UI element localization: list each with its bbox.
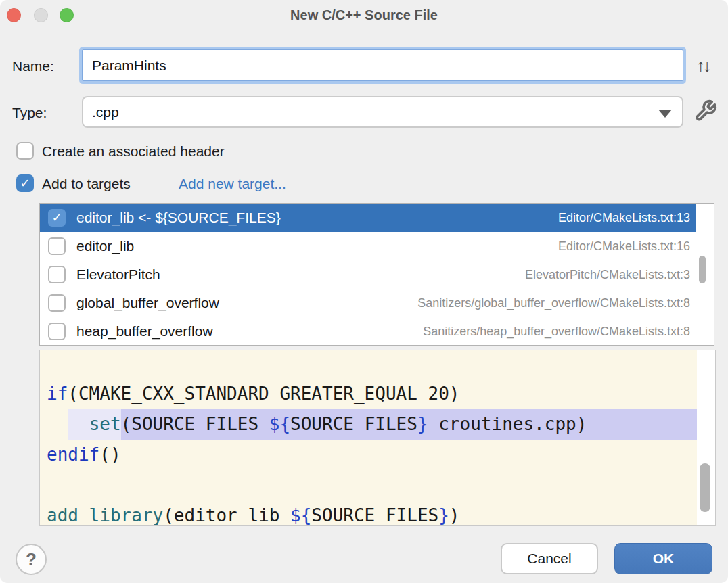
add-new-target-link[interactable]: Add new target... xyxy=(179,176,286,192)
target-row[interactable]: heap_buffer_overflowSanitizers/heap_buff… xyxy=(40,317,696,346)
target-row[interactable]: global_buffer_overflowSanitizers/global_… xyxy=(40,289,696,317)
target-location: Sanitizers/global_buffer_overflow/CMakeL… xyxy=(417,296,690,310)
target-label: ElevatorPitch xyxy=(76,266,160,283)
type-label: Type: xyxy=(12,105,47,121)
target-checkbox[interactable]: ✓ xyxy=(48,209,66,227)
code-token: ) xyxy=(449,500,460,525)
create-header-checkbox[interactable] xyxy=(16,142,34,160)
code-token: () xyxy=(99,440,120,470)
target-checkbox[interactable] xyxy=(48,237,66,255)
code-token: endif xyxy=(47,440,99,470)
code-token xyxy=(587,409,697,440)
target-location: Editor/CMakeLists.txt:13 xyxy=(558,211,690,225)
code-line: if(CMAKE_CXX_STANDARD GREATER_EQUAL 20) xyxy=(40,379,697,409)
target-location: Sanitizers/heap_buffer_overflow/CMakeLis… xyxy=(423,325,690,339)
cmake-preview-code: if(CMAKE_CXX_STANDARD GREATER_EQUAL 20) … xyxy=(40,350,697,525)
code-token: add_library xyxy=(47,500,163,525)
code-token: } xyxy=(438,500,449,525)
code-line xyxy=(40,470,697,500)
new-source-file-dialog: New C/C++ Source File Name: ↑↓ Type: .cp… xyxy=(0,0,728,583)
code-token xyxy=(47,409,68,440)
target-location: ElevatorPitch/CMakeLists.txt:3 xyxy=(525,268,690,282)
help-button[interactable]: ? xyxy=(16,544,47,575)
targets-list: ✓editor_lib <- ${SOURCE_FILES}Editor/CMa… xyxy=(39,203,714,346)
add-to-targets-checkbox[interactable]: ✓ xyxy=(16,174,34,192)
add-to-targets-label: Add to targets xyxy=(42,176,131,192)
code-token: ${ xyxy=(290,500,311,525)
target-row[interactable]: ✓editor_lib <- ${SOURCE_FILES}Editor/CMa… xyxy=(40,204,696,232)
type-dropdown[interactable]: .cpp xyxy=(82,96,683,128)
chevron-down-icon xyxy=(658,110,672,118)
targets-scrollbar-thumb[interactable] xyxy=(699,256,706,283)
code-token: croutines.cpp) xyxy=(428,409,587,440)
cmake-preview-panel: if(CMAKE_CXX_STANDARD GREATER_EQUAL 20) … xyxy=(39,350,716,526)
target-checkbox[interactable] xyxy=(48,323,66,340)
zoom-button[interactable] xyxy=(60,8,74,22)
code-token: (editor_lib xyxy=(163,500,290,525)
target-label: heap_buffer_overflow xyxy=(76,323,213,340)
targets-rows: ✓editor_lib <- ${SOURCE_FILES}Editor/CMa… xyxy=(40,204,696,345)
code-line: add_library(editor_lib ${SOURCE_FILES}) xyxy=(40,500,697,525)
dialog-title: New C/C++ Source File xyxy=(0,0,728,30)
code-scrollbar-thumb[interactable] xyxy=(700,463,710,512)
code-token: SOURCE_FILES xyxy=(311,500,438,525)
code-line: set(SOURCE_FILES ${SOURCE_FILES} croutin… xyxy=(40,409,697,440)
code-token: set xyxy=(89,409,121,440)
name-label: Name: xyxy=(12,58,54,74)
code-token: (SOURCE_FILES xyxy=(121,409,269,440)
target-checkbox[interactable] xyxy=(48,294,66,312)
target-label: editor_lib xyxy=(76,238,134,254)
code-token: (CMAKE_CXX_STANDARD GREATER_EQUAL 20) xyxy=(68,379,459,409)
up-down-arrows-icon[interactable]: ↑↓ xyxy=(696,55,709,76)
titlebar: New C/C++ Source File xyxy=(0,0,728,30)
target-label: global_buffer_overflow xyxy=(76,295,219,311)
minimize-button[interactable] xyxy=(34,8,48,22)
code-token: SOURCE_FILES xyxy=(290,409,417,440)
code-token xyxy=(68,409,89,440)
target-checkbox[interactable] xyxy=(48,266,66,283)
target-location: Editor/CMakeLists.txt:16 xyxy=(558,239,690,254)
name-input[interactable] xyxy=(82,49,683,81)
code-token: ${ xyxy=(269,409,290,440)
code-token: } xyxy=(417,409,428,440)
create-header-label: Create an associated header xyxy=(42,143,225,160)
cancel-button[interactable]: Cancel xyxy=(501,543,598,574)
target-label: editor_lib <- ${SOURCE_FILES} xyxy=(76,210,281,226)
type-dropdown-value: .cpp xyxy=(92,104,119,120)
ok-button[interactable]: OK xyxy=(614,543,712,574)
wrench-icon[interactable] xyxy=(694,99,717,122)
close-button[interactable] xyxy=(7,8,21,22)
target-row[interactable]: ElevatorPitchElevatorPitch/CMakeLists.tx… xyxy=(40,260,696,289)
target-row[interactable]: editor_libEditor/CMakeLists.txt:16 xyxy=(40,232,696,260)
code-line: endif() xyxy=(40,440,697,470)
code-token: if xyxy=(47,379,68,409)
